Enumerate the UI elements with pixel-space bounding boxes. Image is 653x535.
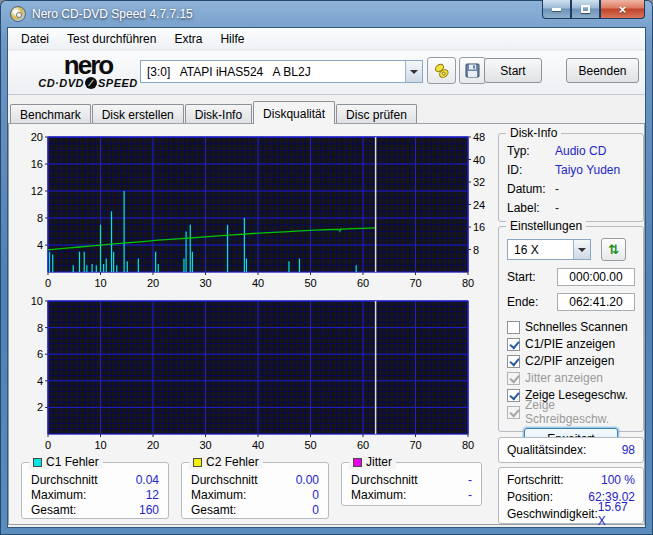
progress-value: 100 % [601, 473, 635, 487]
jitter-legend-swatch [353, 458, 362, 467]
stat-value: 0.00 [296, 473, 319, 488]
c2-legend-swatch [193, 458, 202, 467]
svg-text:0: 0 [45, 439, 51, 451]
speed-select-dropdown-button[interactable] [573, 240, 590, 259]
start-button-label: Start [500, 64, 525, 78]
disk-info-group: Disk-Info Typ:Audio CD ID:Taiyo Yuden Da… [498, 133, 644, 222]
svg-text:40: 40 [252, 277, 264, 289]
tab-diskqualitaet[interactable]: Diskqualität [253, 101, 335, 124]
progress-row: Fortschritt:100 % [499, 471, 643, 488]
start-time-field[interactable]: 000:00.00 [557, 268, 635, 286]
tab-benchmark[interactable]: Benchmark [10, 104, 91, 124]
disk-info-row-typ: Typ:Audio CD [507, 144, 635, 163]
runner-icon: ∕ [85, 77, 97, 89]
start-field-label: Start: [507, 270, 557, 284]
svg-text:2: 2 [37, 401, 43, 413]
position-label: Position: [507, 490, 553, 504]
info-value: Taiyo Yuden [555, 163, 620, 182]
svg-text:24: 24 [473, 199, 485, 211]
checkbox-label: Zeige Schreibgeschw. [525, 398, 635, 426]
maximize-button[interactable] [571, 0, 600, 19]
svg-text:60: 60 [357, 439, 369, 451]
menu-test-durchfuehren[interactable]: Test durchführen [58, 29, 165, 49]
svg-text:32: 32 [473, 176, 485, 188]
close-button[interactable]: × [600, 0, 645, 19]
svg-text:48: 48 [473, 131, 485, 143]
tabstrip: Benchmark Disk erstellen Disk-Info Diskq… [10, 101, 418, 123]
svg-text:50: 50 [304, 439, 316, 451]
quit-button-label: Beenden [578, 64, 626, 78]
tools-button[interactable] [427, 57, 456, 84]
refresh-button[interactable]: ⇅ [601, 238, 626, 261]
tab-disk-erstellen[interactable]: Disk erstellen [92, 104, 184, 124]
logo-text-right: SPEED [98, 77, 138, 89]
checkbox-c2-pif-anzeigen[interactable]: C2/PIF anzeigen [507, 353, 635, 369]
checkbox-icon [507, 355, 520, 368]
drive-select-dropdown-button[interactable] [405, 61, 422, 82]
drive-select[interactable]: [3:0] ATAPI iHAS524 A BL2J [140, 60, 423, 83]
c1-stats-rows: Durchschnitt0.04 Maximum:12 Gesamt:160 [22, 463, 168, 518]
tab-disc-pruefen[interactable]: Disc prüfen [336, 104, 417, 124]
c2-stats-title: C2 Fehler [206, 455, 259, 469]
menu-extra[interactable]: Extra [165, 29, 211, 49]
c1-stats-title: C1 Fehler [46, 455, 99, 469]
minimize-button[interactable] [542, 0, 571, 19]
stat-label: Maximum: [351, 488, 406, 503]
checkbox-jitter-anzeigen: Jitter anzeigen [507, 370, 635, 386]
stat-value: 12 [146, 488, 159, 503]
progress-box: Fortschritt:100 % Position:62:39.02 Gesc… [498, 467, 644, 524]
svg-text:4: 4 [37, 375, 43, 387]
info-value: - [555, 182, 559, 201]
disk-info-row-label: Label:- [507, 201, 635, 220]
stat-row: Gesamt:0 [191, 503, 319, 518]
maximize-icon [581, 5, 590, 13]
client-area: Datei Test durchführen Extra Hilfe nero … [8, 28, 645, 527]
c1-error-chart: 481216208162432404801020304050607080 [21, 129, 488, 290]
app-icon [10, 6, 26, 22]
checkbox-schnelles-scannen[interactable]: Schnelles Scannen [507, 319, 635, 335]
svg-text:50: 50 [304, 277, 316, 289]
svg-text:20: 20 [147, 277, 159, 289]
nero-logo-wordmark: nero [34, 53, 142, 77]
svg-text:16: 16 [473, 221, 485, 233]
stat-label: Gesamt: [191, 503, 236, 518]
disk-info-row-datum: Datum:- [507, 182, 635, 201]
disk-info-title: Disk-Info [506, 126, 561, 140]
checkbox-zeige-schreibgeschw: Zeige Schreibgeschw. [507, 404, 635, 420]
svg-text:0: 0 [45, 277, 51, 289]
c1-legend-swatch [33, 458, 42, 467]
stat-value: 0.04 [136, 473, 159, 488]
settings-checkboxes: Schnelles Scannen C1/PIE anzeigen C2/PIF… [507, 319, 635, 420]
menu-hilfe[interactable]: Hilfe [211, 29, 253, 49]
save-icon [465, 63, 480, 78]
settings-title: Einstellungen [506, 219, 586, 233]
tab-disk-info[interactable]: Disk-Info [185, 104, 252, 124]
speed-label: Geschwindigkeit: [507, 507, 598, 521]
disk-info-row-id: ID:Taiyo Yuden [507, 163, 635, 182]
checkbox-c1-pie-anzeigen[interactable]: C1/PIE anzeigen [507, 336, 635, 352]
disk-info-rows: Typ:Audio CD ID:Taiyo Yuden Datum:- Labe… [499, 134, 643, 220]
stat-row: Durchschnitt- [351, 473, 472, 488]
start-button[interactable]: Start [484, 58, 542, 83]
toolbar: nero CD·DVD∕SPEED [3:0] ATAPI iHAS524 A … [8, 51, 645, 95]
svg-text:8: 8 [37, 212, 43, 224]
svg-text:70: 70 [409, 439, 421, 451]
svg-text:10: 10 [94, 439, 106, 451]
quality-index-box: Qualitätsindex: 98 [498, 437, 644, 463]
tools-icon [433, 62, 451, 80]
end-field-row: Ende: 062:41.20 [507, 293, 635, 311]
speed-select[interactable]: 16 X [507, 239, 591, 260]
c1-legend: C1 Fehler [29, 455, 103, 469]
stat-value: 160 [139, 503, 159, 518]
svg-text:80: 80 [462, 439, 474, 451]
app-window: Nero CD-DVD Speed 4.7.7.15 × Datei Test … [0, 0, 653, 535]
drive-select-value: [3:0] ATAPI iHAS524 A BL2J [141, 65, 405, 79]
window-title: Nero CD-DVD Speed 4.7.7.15 [32, 7, 193, 21]
end-time-field[interactable]: 062:41.20 [557, 293, 635, 311]
menu-datei[interactable]: Datei [12, 29, 58, 49]
c2-error-chart: 24681001020304050607080 [21, 293, 488, 452]
quit-button[interactable]: Beenden [566, 58, 639, 83]
checkbox-label: Schnelles Scannen [525, 320, 628, 334]
save-button[interactable] [459, 57, 486, 84]
svg-text:20: 20 [147, 439, 159, 451]
